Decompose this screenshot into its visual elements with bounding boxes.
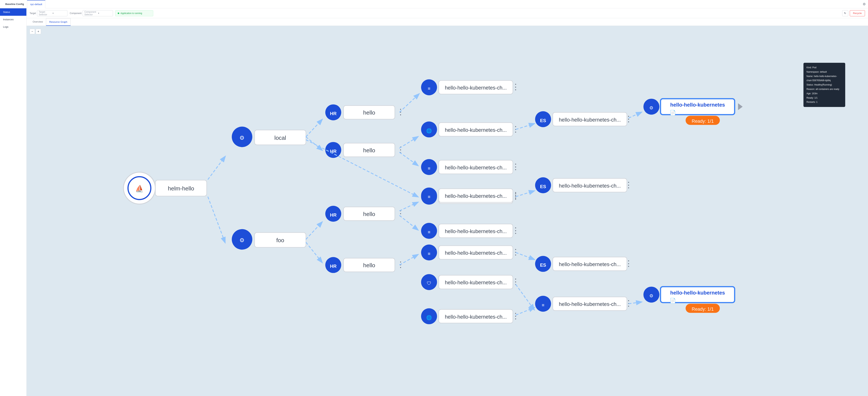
- svg-text:⋮: ⋮: [512, 226, 520, 235]
- svg-text:hello: hello: [363, 262, 375, 268]
- svg-text:⋮: ⋮: [512, 248, 520, 256]
- svg-text:⋮: ⋮: [512, 311, 520, 320]
- header-tab[interactable]: syc-default: [27, 0, 45, 8]
- svg-text:⚙: ⚙: [649, 293, 653, 298]
- status-dot-icon: [118, 12, 119, 14]
- svg-text:Ready: 1/1: Ready: 1/1: [692, 119, 714, 124]
- app-header: Baseline Config syc-default ⚙: [0, 0, 868, 8]
- component-selector[interactable]: Component Selector ▾: [83, 10, 113, 16]
- foo-label: foo: [276, 237, 284, 243]
- svg-text:⚙: ⚙: [239, 237, 245, 243]
- svg-text:ES: ES: [540, 118, 546, 123]
- toolbar: Target Target Selector ▾ Component Compo…: [27, 8, 868, 18]
- svg-text:HR: HR: [330, 212, 337, 218]
- tab-resource-graph[interactable]: Resource Graph: [46, 18, 70, 26]
- svg-text:≡: ≡: [428, 194, 430, 199]
- svg-text:hello-hello-kubernetes-ch...: hello-hello-kubernetes-ch...: [445, 314, 507, 320]
- svg-text:🌐: 🌐: [426, 128, 432, 134]
- svg-line-24: [306, 137, 322, 150]
- svg-text:⋮: ⋮: [625, 180, 632, 189]
- refresh-icon: ↻: [844, 12, 846, 14]
- zoom-in-button[interactable]: +: [36, 29, 41, 34]
- svg-text:ES: ES: [540, 262, 546, 268]
- svg-text:≡: ≡: [428, 166, 430, 171]
- component-label: Component: [70, 12, 82, 14]
- svg-text:HR: HR: [330, 111, 337, 116]
- svg-text:hello-hello-kubernetes-ch...: hello-hello-kubernetes-ch...: [445, 85, 507, 91]
- svg-marker-49: [738, 103, 743, 110]
- recycle-button[interactable]: Recycle: [850, 10, 865, 16]
- svg-text:hello-hello-kubernetes-ch...: hello-hello-kubernetes-ch...: [559, 117, 621, 123]
- helm-hello-label: helm-hello: [168, 185, 194, 192]
- svg-text:hello-hello-kubernetes: hello-hello-kubernetes: [670, 290, 725, 296]
- svg-text:≡: ≡: [428, 86, 430, 91]
- target-chevron-icon: ▾: [53, 12, 66, 14]
- svg-text:hello-hello-kubernetes-ch...: hello-hello-kubernetes-ch...: [559, 183, 621, 189]
- svg-text:hello-hello-kubernetes-ch...: hello-hello-kubernetes-ch...: [559, 262, 621, 267]
- sidebar-item-status[interactable]: Status: [0, 8, 26, 16]
- svg-line-69: [306, 222, 322, 239]
- component-group: Component Component Selector ▾: [70, 10, 113, 16]
- refresh-button[interactable]: ↻: [842, 10, 848, 16]
- app-title: Baseline Config: [2, 3, 27, 5]
- settings-icon[interactable]: ⚙: [863, 2, 866, 6]
- sidebar-item-logs[interactable]: Logs: [0, 23, 26, 31]
- main-layout: Status Instances Logs Target Target Sele…: [0, 8, 868, 396]
- svg-text:≡: ≡: [428, 251, 430, 256]
- svg-text:hello-hello-kubernetes: hello-hello-kubernetes: [670, 102, 725, 108]
- status-badge: Application is running: [115, 10, 153, 16]
- zoom-out-button[interactable]: −: [30, 29, 35, 34]
- svg-text:hello: hello: [363, 109, 375, 116]
- svg-text:🌐: 🌐: [426, 315, 432, 320]
- svg-line-87: [306, 242, 322, 262]
- svg-text:⚙: ⚙: [239, 135, 245, 141]
- svg-text:hello-hello-kubernetes-ch...: hello-hello-kubernetes-ch...: [445, 165, 507, 170]
- content-area: Target Target Selector ▾ Component Compo…: [27, 8, 868, 396]
- svg-text:hello-hello-kubernetes-ch...: hello-hello-kubernetes-ch...: [445, 250, 507, 256]
- local-label: local: [274, 135, 286, 141]
- svg-text:⚙: ⚙: [649, 105, 653, 110]
- svg-text:≡: ≡: [428, 229, 430, 235]
- svg-text:ES: ES: [540, 184, 546, 189]
- target-group: Target Target Selector ▾: [30, 10, 67, 16]
- svg-text:⋮: ⋮: [625, 114, 632, 123]
- svg-line-4: [208, 157, 225, 179]
- sub-tabs: Overview Resource Graph: [27, 18, 868, 26]
- svg-text:Ready: 1/1: Ready: 1/1: [692, 306, 714, 311]
- svg-text:hello-hello-kubernetes-ch...: hello-hello-kubernetes-ch...: [445, 127, 507, 133]
- component-chevron-icon: ▾: [98, 12, 111, 14]
- svg-text:⛵: ⛵: [135, 185, 144, 193]
- svg-text:⋮: ⋮: [512, 162, 520, 171]
- zoom-controls: − +: [30, 29, 41, 34]
- svg-text:🛡: 🛡: [427, 281, 431, 286]
- target-label: Target: [30, 12, 36, 14]
- svg-text:⋮: ⋮: [512, 191, 520, 200]
- tab-overview[interactable]: Overview: [30, 18, 46, 26]
- svg-text:hello-hello-kubernetes-ch...: hello-hello-kubernetes-ch...: [445, 229, 507, 234]
- svg-text:hello-hello-kubernetes-ch...: hello-hello-kubernetes-ch...: [445, 280, 507, 286]
- resource-graph-svg: ⛵ helm-hello ⚙ local ⚙ foo: [27, 26, 868, 396]
- svg-text:hello-hello-kubernetes-ch...: hello-hello-kubernetes-ch...: [559, 302, 621, 307]
- svg-text:hello: hello: [363, 147, 375, 154]
- status-text: Application is running: [120, 12, 142, 14]
- sidebar-item-instances[interactable]: Instances: [0, 16, 26, 23]
- sidebar: Status Instances Logs: [0, 8, 27, 396]
- svg-text:HR: HR: [330, 264, 337, 269]
- svg-text:⋮: ⋮: [512, 82, 520, 91]
- svg-line-31: [399, 152, 418, 165]
- graph-area: − + ⛵ helm-hello ⚙ local: [27, 26, 868, 396]
- target-selector[interactable]: Target Selector ▾: [37, 10, 67, 16]
- svg-text:≡: ≡: [542, 302, 545, 308]
- svg-line-110: [516, 284, 534, 309]
- svg-text:HR: HR: [330, 149, 337, 154]
- svg-text:⋮: ⋮: [625, 259, 632, 268]
- svg-text:hello-hello-kubernetes-ch...: hello-hello-kubernetes-ch...: [445, 193, 507, 199]
- svg-text:hello: hello: [363, 211, 375, 217]
- toolbar-actions: ↻ Recycle: [842, 10, 865, 16]
- svg-text:📄: 📄: [670, 298, 676, 304]
- svg-line-5: [208, 197, 225, 242]
- svg-line-12: [306, 120, 322, 137]
- svg-text:📄: 📄: [670, 110, 676, 116]
